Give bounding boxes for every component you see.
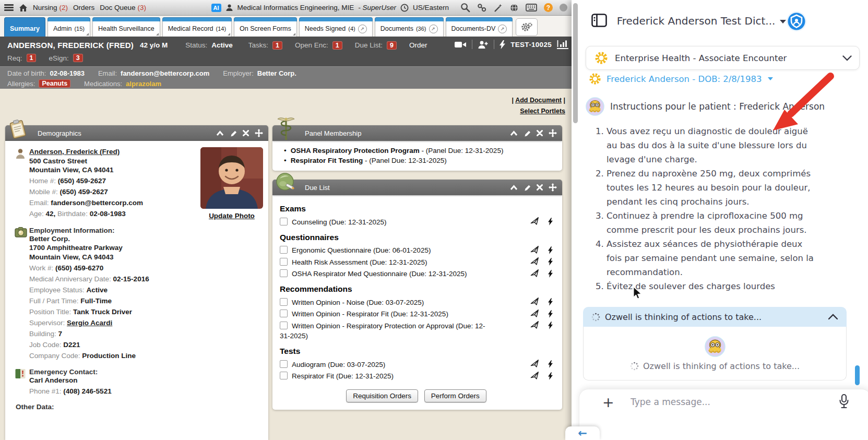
due-item-checkbox[interactable] <box>280 360 288 368</box>
due-item-checkbox[interactable] <box>280 298 288 306</box>
chevron-up-icon[interactable] <box>828 314 838 320</box>
nav-orders[interactable]: Orders <box>73 4 94 11</box>
timezone-label[interactable]: US/Eastern <box>413 4 449 11</box>
move-icon[interactable] <box>549 183 557 192</box>
send-paper-plane-icon[interactable] <box>530 218 540 225</box>
due-item-checkbox[interactable] <box>280 372 288 379</box>
tab-documents-dv[interactable]: Documents-DV↗ <box>446 20 513 37</box>
demographics-portlet-header[interactable]: Demographics <box>5 125 268 141</box>
due-item-checkbox[interactable] <box>280 269 288 277</box>
due-list-header[interactable]: Due List <box>272 180 562 195</box>
microphone-icon[interactable] <box>838 394 850 409</box>
search-icon[interactable] <box>460 3 470 13</box>
collapse-icon[interactable] <box>510 130 518 136</box>
panel-membership-header[interactable]: Panel Membership <box>272 125 562 141</box>
edit-pencil-icon[interactable] <box>524 129 531 137</box>
message-input[interactable] <box>629 396 830 408</box>
sidebar-toggle-icon[interactable] <box>591 14 607 27</box>
tab-settings-gear-button[interactable] <box>516 18 538 36</box>
collapse-icon[interactable] <box>216 130 224 136</box>
edit-pencil-icon[interactable] <box>230 129 237 137</box>
patient-name-link[interactable]: Anderson, Frederick (Fred) <box>29 147 120 157</box>
select-portlets-link[interactable]: Select Portlets <box>520 108 565 115</box>
tab-health-surveillance[interactable]: Health Surveillance <box>92 20 160 37</box>
due-item-checkbox[interactable] <box>280 310 288 317</box>
collapse-icon[interactable] <box>510 185 518 191</box>
open-external-icon[interactable]: ↗ <box>498 25 507 33</box>
due-item-checkbox[interactable] <box>280 246 288 254</box>
video-camera-icon[interactable] <box>454 41 467 49</box>
hamburger-menu-icon[interactable] <box>4 4 14 11</box>
send-paper-plane-icon[interactable] <box>530 372 540 380</box>
send-paper-plane-icon[interactable] <box>530 310 540 318</box>
close-icon[interactable] <box>537 130 543 136</box>
quick-action-bolt-icon[interactable] <box>500 40 505 49</box>
supervisor-link[interactable]: Sergio Acardi <box>67 319 112 327</box>
close-icon[interactable] <box>243 130 249 136</box>
requisition-orders-button[interactable]: Requisition Orders <box>346 389 418 402</box>
chat-right-scrollbar-thumb[interactable] <box>855 365 860 385</box>
close-icon[interactable] <box>537 184 543 191</box>
help-icon[interactable]: ? <box>544 3 553 12</box>
send-paper-plane-icon[interactable] <box>530 246 540 254</box>
medication-link[interactable]: alprazolam <box>126 80 161 88</box>
add-document-link[interactable]: Add Document <box>515 97 562 104</box>
order-bolt-icon[interactable] <box>548 246 553 254</box>
nav-nursing[interactable]: Nursing (2) <box>33 4 68 11</box>
open-external-icon[interactable]: ↗ <box>358 25 367 33</box>
tab-summary[interactable]: Summary <box>4 20 45 37</box>
req-badge[interactable]: 1 <box>27 54 37 62</box>
send-paper-plane-icon[interactable] <box>530 322 540 329</box>
tab-on-screen-forms[interactable]: On Screen Forms <box>234 20 297 37</box>
tab-admin[interactable]: Admin(15) <box>47 20 90 37</box>
order-link[interactable]: Order <box>409 41 427 49</box>
home-icon[interactable] <box>19 4 28 12</box>
send-paper-plane-icon[interactable] <box>530 258 540 266</box>
patient-name[interactable]: ANDERSON, FREDERICK (FRED) <box>7 41 134 50</box>
tab-documents[interactable]: Documents(36)↗ <box>375 20 444 37</box>
flowsheet-chart-icon[interactable] <box>557 40 568 49</box>
order-bolt-icon[interactable] <box>548 322 553 329</box>
order-bolt-icon[interactable] <box>548 258 553 266</box>
due-item-checkbox[interactable] <box>280 258 288 266</box>
order-bolt-icon[interactable] <box>548 270 553 278</box>
due-item-checkbox[interactable] <box>280 218 288 225</box>
send-paper-plane-icon[interactable] <box>530 298 540 306</box>
move-icon[interactable] <box>255 129 263 137</box>
keyboard-icon[interactable] <box>526 4 537 11</box>
open-enc-badge[interactable]: 1 <box>332 41 342 50</box>
allergy-badge[interactable]: Peanuts <box>39 79 70 88</box>
order-bolt-icon[interactable] <box>548 218 553 225</box>
panel-collapse-tab[interactable]: ← <box>565 426 600 440</box>
due-item-checkbox[interactable] <box>280 322 288 329</box>
send-paper-plane-icon[interactable] <box>530 270 540 278</box>
esign-badge[interactable]: 3 <box>73 54 83 62</box>
order-bolt-icon[interactable] <box>548 372 553 380</box>
ai-badge[interactable]: AI <box>211 4 221 12</box>
conversation-title-dropdown[interactable]: Frederick Anderson Test Dict... <box>613 15 790 27</box>
order-bolt-icon[interactable] <box>548 298 553 306</box>
patient-context-dropdown[interactable]: Frederick Anderson - DOB: 2/8/1983 <box>589 73 773 85</box>
thinking-card-header[interactable]: Ozwell is thinking of actions to take... <box>583 307 847 327</box>
move-icon[interactable] <box>549 129 557 137</box>
open-external-icon[interactable]: ↗ <box>429 25 438 33</box>
perform-orders-button[interactable]: Perform Orders <box>424 389 486 402</box>
order-bolt-icon[interactable] <box>548 360 553 368</box>
update-photo-link[interactable]: Update Photo <box>209 212 255 220</box>
chevron-down-icon[interactable] <box>842 55 852 61</box>
encounter-card[interactable]: Enterprise Health - Associate Encounter <box>586 46 860 70</box>
tab-medical-record[interactable]: Medical Record(14) <box>162 20 232 37</box>
send-paper-plane-icon[interactable] <box>530 360 540 368</box>
link-icon[interactable] <box>477 3 486 13</box>
due-list-badge[interactable]: 9 <box>387 41 397 50</box>
edit-pencil-icon[interactable] <box>524 184 531 191</box>
globe-icon[interactable] <box>509 3 519 13</box>
tasks-badge[interactable]: 1 <box>272 41 282 50</box>
tab-needs-signed[interactable]: Needs Signed(4)↗ <box>299 20 373 37</box>
wand-icon[interactable] <box>493 3 503 13</box>
add-person-icon[interactable] <box>478 40 489 49</box>
clock-icon[interactable] <box>400 4 409 12</box>
order-bolt-icon[interactable] <box>548 310 553 318</box>
nav-doc-queue[interactable]: Doc Queue (3) <box>100 4 146 11</box>
attach-plus-icon[interactable]: + <box>602 394 614 410</box>
